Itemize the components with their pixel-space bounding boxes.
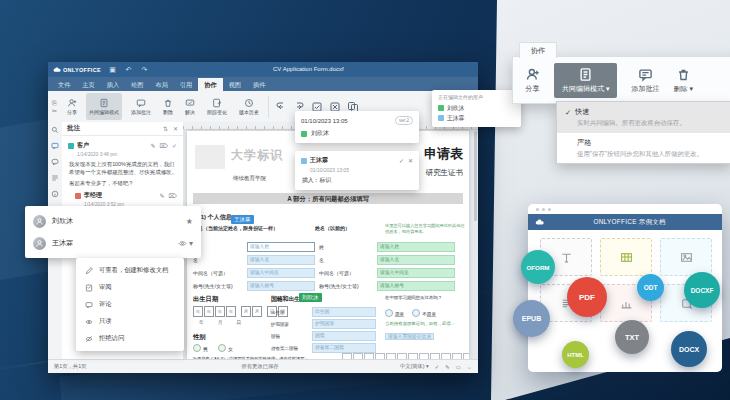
fit-width-icon[interactable]: ⇔ xyxy=(467,364,472,370)
coediting-fast-option[interactable]: ✓快速 实时共同编辑。所有更改将自动保存。 xyxy=(557,102,730,133)
chevron-down-icon: ▾ xyxy=(189,239,193,248)
middlename-input[interactable]: 请输入中间名 xyxy=(247,268,315,278)
menu-item-comment[interactable]: 评论 xyxy=(76,296,184,313)
radio-yes[interactable] xyxy=(385,309,393,317)
add-comment-button[interactable]: 添加批注 xyxy=(128,93,154,120)
accept-change-icon[interactable]: ✓ xyxy=(399,157,404,164)
collab-card-tab[interactable]: 协作 xyxy=(519,42,557,58)
passport-country-input[interactable]: 护照国家 xyxy=(312,319,376,329)
coediting-mode-button[interactable]: 共同编辑模式 xyxy=(86,93,122,120)
tab-file[interactable]: 文件 xyxy=(52,78,76,91)
tab-insert[interactable]: 插入 xyxy=(101,78,125,91)
spellcheck-icon[interactable]: ✓ xyxy=(435,364,439,370)
collab-add-comment-button[interactable]: 添加批注 xyxy=(631,67,659,94)
track-changes-button[interactable]: 跟踪变化 xyxy=(204,93,230,120)
menu-item-full-access[interactable]: 可查看，创建和修改文档 xyxy=(76,262,184,279)
coediting-strict-option[interactable]: 严格 使用"保存"按钮同步您和其他人所做的更改。 xyxy=(557,133,730,164)
user-color-square-green xyxy=(438,105,444,111)
second-nationality-input[interactable]: 持有第二国籍 xyxy=(312,343,376,353)
language-selector[interactable]: 中文(简体) ▾ xyxy=(400,363,429,370)
comments-sort-icon[interactable]: ⇅ xyxy=(163,125,168,132)
search-icon[interactable] xyxy=(51,126,59,135)
form-row-surname: 姓 请输入姓 姓 请输入姓 xyxy=(193,241,455,252)
collab-share-button[interactable]: 分享 xyxy=(525,67,540,94)
clipboard-mini-buttons[interactable]: ⎘ ✂ xyxy=(52,100,57,114)
save-icon[interactable]: ▣ xyxy=(108,65,117,74)
sharing-user-row[interactable]: 王沐霖 ▾ xyxy=(33,232,193,254)
format-bubble-docx[interactable]: DOCX xyxy=(671,331,707,367)
undo-icon[interactable]: ↶ xyxy=(124,65,133,74)
vertical-scrollbar[interactable] xyxy=(474,131,477,221)
track-changes-status-icon[interactable]: ✎ xyxy=(445,364,449,370)
tab-draw[interactable]: 绘图 xyxy=(125,78,149,91)
surname-previous-input[interactable]: 请输入姓 xyxy=(377,242,455,252)
title-previous-select[interactable]: 请输入称号 xyxy=(377,281,455,291)
comments-close-icon[interactable]: ✕ xyxy=(173,125,178,132)
givenname-input[interactable]: 请输入名 xyxy=(247,255,315,265)
chat-icon[interactable] xyxy=(51,158,59,167)
navigation-icon[interactable] xyxy=(51,174,59,183)
fast-description: 实时共同编辑。所有更改将自动保存。 xyxy=(577,119,723,128)
option-no[interactable]: 不愿意 xyxy=(412,309,436,317)
resolve-comment-icon[interactable]: ✓ xyxy=(172,142,177,149)
format-bubble-oform[interactable]: OFORM xyxy=(521,250,555,284)
table-tile[interactable] xyxy=(600,238,652,276)
menu-item-deny-access[interactable]: 拒绝访问 xyxy=(76,330,184,347)
edit-reply-icon[interactable]: ✎ xyxy=(159,192,164,199)
redo-icon[interactable]: ↷ xyxy=(140,65,149,74)
paste-icon[interactable]: ✂ xyxy=(52,108,57,114)
radio-female[interactable] xyxy=(218,344,226,352)
fit-page-icon[interactable]: ▭ xyxy=(456,364,461,370)
image-tile[interactable] xyxy=(660,238,712,276)
nationality-input[interactable]: 国籍 xyxy=(312,331,376,341)
format-bubble-txt[interactable]: TXT xyxy=(615,320,649,354)
feedback-info-icon[interactable] xyxy=(51,190,59,199)
sharing-users-popover: 刘欣沐 ★ 王沐霖 ▾ xyxy=(25,206,201,258)
edit-comment-icon[interactable]: ✎ xyxy=(150,142,155,149)
delete-comment-icon[interactable]: ⌦ xyxy=(159,142,167,149)
tab-references[interactable]: 引用 xyxy=(174,78,198,91)
remove-comment-button[interactable]: 删除 xyxy=(160,93,176,120)
collab-coediting-button[interactable]: 共同编辑模式 ▾ xyxy=(554,63,617,98)
tab-home[interactable]: 主页 xyxy=(76,78,100,91)
previous-change-button[interactable] xyxy=(275,101,287,113)
sharing-user-row[interactable]: 刘欣沐 ★ xyxy=(33,210,193,232)
surname-input[interactable]: 请输入姓 xyxy=(247,242,315,252)
menu-item-review[interactable]: 审阅 xyxy=(76,279,184,296)
access-rights-toggle[interactable]: ▾ xyxy=(178,239,193,248)
birth-country-input[interactable]: 出生国 xyxy=(312,307,376,317)
tab-plugins[interactable]: 插件 xyxy=(247,78,271,91)
format-bubble-odt[interactable]: ODT xyxy=(637,274,664,301)
resolve-button[interactable]: 解决 xyxy=(182,93,198,120)
name-change-question: 在中国学习期间您改过名吗？ xyxy=(385,295,465,300)
dob-heading: 出生日期 xyxy=(193,295,218,304)
radio-no[interactable] xyxy=(412,309,420,317)
radio-male[interactable] xyxy=(193,344,201,352)
tab-layout[interactable]: 布局 xyxy=(150,78,174,91)
trash-icon xyxy=(676,67,691,82)
middlename-previous-input[interactable]: 请输入中间名 xyxy=(377,268,455,278)
format-bubble-html[interactable]: HTML xyxy=(562,341,589,368)
visa-input[interactable]: 请输入英国签证信息 xyxy=(385,333,434,340)
collab-toolbar-card: 分享 共同编辑模式 ▾ 添加批注 删除 ▾ xyxy=(512,56,730,104)
tab-view[interactable]: 视图 xyxy=(223,78,247,91)
reject-change-icon[interactable]: ✕ xyxy=(408,157,413,164)
format-bubble-docxf[interactable]: DOCXF xyxy=(684,272,720,308)
version-history-button[interactable]: 版本历史 xyxy=(236,93,262,120)
comments-panel-icon[interactable] xyxy=(51,142,59,151)
gender-male-option[interactable]: 男 xyxy=(193,344,208,352)
share-button[interactable]: 分享 xyxy=(64,93,80,120)
tab-collaboration[interactable]: 协作 xyxy=(198,78,222,91)
title-select[interactable]: 请输入称号 xyxy=(247,281,315,291)
menu-item-read-only[interactable]: 只读 xyxy=(76,313,184,330)
format-bubble-pdf[interactable]: PDF xyxy=(567,277,607,317)
collab-remove-button[interactable]: 删除 ▾ xyxy=(673,67,692,94)
university-logo-placeholder xyxy=(195,145,225,169)
format-bubble-epub[interactable]: EPUB xyxy=(513,300,550,337)
givenname-previous-input[interactable]: 请输入名 xyxy=(377,255,455,265)
copy-icon[interactable]: ⎘ xyxy=(52,100,57,106)
comments-title: 批注 xyxy=(67,124,80,133)
delete-reply-icon[interactable]: ⌦ xyxy=(169,192,177,199)
option-yes[interactable]: 愿意 xyxy=(385,309,404,317)
gender-female-option[interactable]: 女 xyxy=(218,344,233,352)
